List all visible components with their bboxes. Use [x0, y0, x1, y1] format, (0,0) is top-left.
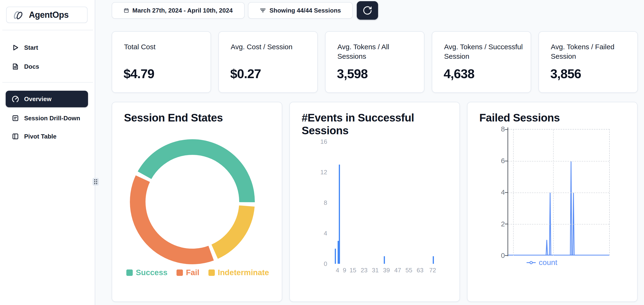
sidebar-item-label: Session Drill-Down — [24, 115, 80, 122]
events-in-successful-sessions-card: #Events in Successful Sessions 0481216 4… — [289, 102, 460, 302]
calendar-icon — [124, 8, 129, 13]
legend-item-indeterminate[interactable]: Indeterminate — [208, 268, 269, 277]
stat-card-avg-cost-session: Avg. Cost / Session $0.27 — [218, 31, 318, 93]
events-bar-chart-plot[interactable] — [330, 142, 445, 264]
session-end-states-donut[interactable] — [128, 138, 256, 266]
stat-label: Avg. Cost / Session — [231, 42, 311, 52]
refresh-icon — [362, 6, 372, 16]
sidebar-item-docs[interactable]: Docs — [6, 59, 88, 74]
chart-title: Failed Sessions — [479, 111, 626, 124]
stat-value: 3,598 — [337, 66, 368, 81]
sidebar-item-pivot-table[interactable]: Pivot Table — [6, 129, 88, 144]
session-end-states-card: Session End States Success Fail Indeterm… — [112, 102, 282, 302]
indeterminate-swatch — [208, 269, 215, 276]
sessions-filter-button[interactable]: Showing 44/44 Sessions — [248, 2, 353, 19]
gauge-icon — [12, 95, 19, 103]
bar — [433, 256, 434, 264]
bar — [339, 165, 340, 264]
logo-text: AgentOps — [29, 10, 68, 20]
date-range-button[interactable]: March 27th, 2024 - April 10th, 2024 — [112, 2, 245, 19]
stat-value: 3,856 — [550, 66, 581, 81]
sidebar-divider-main — [2, 82, 93, 83]
success-swatch — [126, 269, 133, 276]
stat-card-avg-tokens-failed: Avg. Tokens / Failed Session 3,856 — [538, 31, 638, 93]
sidebar-resize-handle[interactable] — [92, 178, 99, 186]
filter-icon — [260, 7, 266, 14]
grip-dots-icon — [94, 179, 98, 184]
chart-title: #Events in Successful Sessions — [302, 111, 434, 137]
agentops-logo-icon — [12, 10, 25, 20]
stat-label: Avg. Tokens / Failed Session — [551, 42, 631, 61]
legend-item-success[interactable]: Success — [126, 268, 168, 277]
chart-title: Session End States — [124, 111, 271, 124]
sidebar: AgentOps Start Docs Overview — [0, 0, 95, 305]
stat-label: Avg. Tokens / All Sessions — [338, 42, 418, 61]
legend-label: Indeterminate — [218, 268, 269, 277]
sidebar-item-label: Start — [24, 44, 38, 51]
list-box-icon — [12, 115, 19, 122]
donut-legend: Success Fail Indeterminate — [126, 268, 269, 277]
stat-card-avg-tokens-successful: Avg. Tokens / Successful Session 4,638 — [432, 31, 531, 93]
sidebar-divider-top — [2, 30, 93, 30]
count-legend-item[interactable]: count — [491, 258, 593, 267]
count-legend-label: count — [539, 258, 557, 267]
bar — [335, 249, 336, 264]
agentops-logo[interactable]: AgentOps — [6, 7, 88, 23]
sidebar-item-label: Docs — [24, 63, 39, 70]
stat-value: $4.79 — [124, 66, 154, 81]
date-range-label: March 27th, 2024 - April 10th, 2024 — [132, 7, 233, 14]
legend-label: Success — [136, 268, 168, 277]
stat-value: 4,638 — [444, 66, 474, 81]
refresh-button[interactable] — [357, 1, 378, 20]
stat-label: Total Cost — [124, 42, 204, 52]
failed-sessions-line-plot[interactable] — [508, 129, 610, 255]
stat-value: $0.27 — [230, 66, 261, 81]
bar — [384, 256, 385, 264]
fail-swatch — [176, 269, 183, 276]
play-icon — [12, 44, 19, 51]
sidebar-item-label: Pivot Table — [24, 133, 56, 140]
legend-label: Fail — [186, 268, 200, 277]
sidebar-item-start[interactable]: Start — [6, 40, 88, 55]
line-chart-y-axis-labels: 02468 — [468, 129, 505, 255]
stat-label: Avg. Tokens / Successful Session — [444, 42, 524, 61]
sessions-filter-label: Showing 44/44 Sessions — [270, 7, 341, 14]
failed-sessions-card: Failed Sessions 02468 count — [467, 102, 638, 302]
bar-chart-y-axis-labels: 0481216 — [290, 142, 327, 264]
sidebar-item-overview[interactable]: Overview — [6, 91, 88, 107]
bar-chart-x-axis-labels: 491523313947556372 — [330, 267, 445, 275]
count-legend-marker-icon — [526, 261, 536, 264]
sidebar-item-session-drill-down[interactable]: Session Drill-Down — [6, 111, 88, 126]
sidebar-item-label: Overview — [24, 95, 52, 103]
stat-card-total-cost: Total Cost $4.79 — [112, 31, 211, 93]
bar — [338, 241, 339, 264]
legend-item-fail[interactable]: Fail — [176, 268, 200, 277]
stat-card-avg-tokens-all: Avg. Tokens / All Sessions 3,598 — [325, 31, 424, 93]
panel-icon — [12, 133, 19, 140]
dashboard-root: AgentOps Start Docs Overview — [0, 0, 644, 305]
document-icon — [12, 63, 19, 70]
